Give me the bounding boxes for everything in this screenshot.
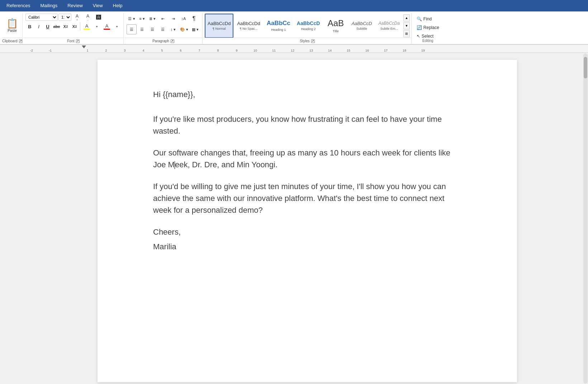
superscript-button[interactable]: X2 [70, 22, 79, 31]
font-size-select[interactable]: 11 [58, 14, 71, 21]
style-subtle-em[interactable]: AaBbCcDa Subtle Em... [375, 14, 402, 38]
style-heading1-label: Heading 1 [271, 28, 286, 32]
paragraph-3[interactable]: If you'd be willing to give me just ten … [153, 181, 461, 216]
ruler-indent-marker[interactable] [82, 45, 86, 48]
signature-paragraph[interactable]: Marilia [153, 241, 461, 253]
style-title-preview: AaB [328, 18, 344, 29]
font-group-label[interactable]: Font ↗ [23, 38, 123, 44]
style-heading1-preview: AaBbCc [267, 20, 290, 27]
clipboard-expand[interactable]: ↗ [19, 39, 22, 43]
font-size-decrease[interactable]: A- [83, 14, 93, 21]
right-scrollbar[interactable] [583, 53, 588, 384]
multilevel-button[interactable]: ≣ ▾ [147, 14, 157, 24]
align-center[interactable]: ☰ [137, 24, 147, 34]
align-right[interactable]: ☰ [147, 24, 157, 34]
shading-button[interactable]: 🎨 ▾ [179, 24, 190, 34]
highlight-dropdown[interactable]: ▾ [93, 22, 101, 31]
style-heading2-preview: AaBbCcD [297, 20, 320, 27]
scrollbar-thumb[interactable] [584, 57, 587, 78]
style-subtitle[interactable]: AaBbCcD Subtitle [348, 14, 375, 38]
replace-icon: 🔄 [417, 25, 422, 30]
style-normal[interactable]: AaBbCcDd ¶ Normal [205, 14, 233, 38]
ruler-mark-4: 4 [142, 49, 144, 52]
left-margin [0, 53, 32, 384]
alignment-row: ☰ ☰ ☰ ☰ ↕ ▾ 🎨 ▾ ▦ ▾ [127, 24, 200, 34]
paste-button[interactable]: 📋 Paste [4, 15, 20, 37]
underline-button[interactable]: U [43, 22, 52, 31]
font-color-button[interactable]: A [101, 22, 112, 31]
style-no-space[interactable]: AaBbCcDd ¶ No Spac... [234, 14, 263, 38]
font-group: Calibri 11 A+ A- 🅰 B I U abc X2 X2 [23, 13, 124, 44]
ruler-mark-3: 3 [124, 49, 125, 52]
show-formatting[interactable]: ¶ [189, 14, 199, 24]
style-normal-preview: AaBbCcDd [208, 21, 231, 27]
numbering-button[interactable]: ≡ ▾ [137, 14, 147, 24]
ruler-inner: -2-112345678910111213141516171819 [32, 45, 588, 52]
ruler-mark-6: 6 [180, 49, 181, 52]
strikethrough-button[interactable]: abc [52, 22, 61, 31]
tab-bar: References Mailings Review View Help [0, 0, 588, 11]
clear-formatting[interactable]: 🅰 [94, 14, 104, 21]
bold-button[interactable]: B [25, 22, 34, 31]
style-title[interactable]: AaB Title [323, 14, 348, 38]
bullets-button[interactable]: ☰ ▾ [127, 14, 137, 24]
styles-scroll-up[interactable]: ▲ [403, 14, 410, 21]
tab-mailings[interactable]: Mailings [35, 0, 62, 11]
ruler-mark-14: 14 [328, 49, 332, 52]
sort-button[interactable]: ↕A [179, 14, 189, 24]
style-no-space-label: ¶ No Spac... [240, 27, 257, 30]
replace-button[interactable]: 🔄 Replace [414, 24, 441, 32]
font-name-select[interactable]: Calibri [25, 14, 58, 21]
style-heading1[interactable]: AaBbCc Heading 1 [264, 14, 293, 38]
ribbon-toolbar: 📋 Paste Clipboard ↗ Calibri 11 A+ [0, 11, 588, 44]
styles-more[interactable]: ⊞ [403, 30, 410, 37]
style-title-label: Title [333, 29, 339, 33]
paragraph-2[interactable]: Our software changes that, freeing up as… [153, 147, 461, 171]
styles-group: AaBbCcDd ¶ Normal AaBbCcDd ¶ No Spac... … [203, 13, 412, 44]
line-spacing[interactable]: ↕ ▾ [168, 24, 178, 34]
align-justify[interactable]: ☰ [158, 24, 168, 34]
caret-position [175, 160, 175, 169]
ruler-mark--1: -1 [49, 49, 52, 52]
document-page[interactable]: Hi {{name}}, If you're like most produce… [98, 60, 517, 382]
ruler: -2-112345678910111213141516171819 [0, 45, 588, 53]
ruler-mark-13: 13 [309, 49, 313, 52]
italic-button[interactable]: I [34, 22, 43, 31]
font-expand[interactable]: ↗ [76, 39, 80, 43]
greeting-paragraph[interactable]: Hi {{name}}, [153, 88, 461, 100]
styles-expand[interactable]: ↗ [311, 39, 315, 43]
find-button[interactable]: 🔍 Find [414, 15, 441, 23]
style-normal-label: ¶ Normal [213, 27, 226, 30]
highlight-button[interactable]: A [81, 22, 92, 31]
ruler-mark-11: 11 [272, 49, 276, 52]
clipboard-group-label[interactable]: Clipboard ↗ [2, 38, 22, 44]
decrease-indent[interactable]: ⇤ [158, 14, 168, 24]
styles-scroll-down[interactable]: ▼ [403, 22, 410, 29]
font-size-increase[interactable]: A+ [72, 14, 82, 21]
ruler-mark-5: 5 [161, 49, 163, 52]
closing-paragraph[interactable]: Cheers, [153, 226, 461, 238]
paragraph-1[interactable]: If you're like most producers, you know … [153, 113, 461, 137]
ruler-mark-12: 12 [291, 49, 294, 52]
tab-view[interactable]: View [88, 0, 108, 11]
styles-group-label[interactable]: Styles ↗ [203, 38, 411, 44]
ruler-mark--2: -2 [30, 49, 33, 52]
style-heading2[interactable]: AaBbCcD Heading 2 [294, 14, 323, 38]
subscript-button[interactable]: X2 [61, 22, 70, 31]
clipboard-group: 📋 Paste Clipboard ↗ [2, 13, 23, 44]
increase-indent[interactable]: ⇥ [168, 14, 178, 24]
font-color-dropdown[interactable]: ▾ [113, 22, 121, 31]
scrollbar-track[interactable] [583, 53, 588, 384]
tab-help[interactable]: Help [108, 0, 128, 11]
paragraph-expand[interactable]: ↗ [171, 39, 174, 43]
font-name-row: Calibri 11 A+ A- 🅰 [25, 14, 104, 21]
ruler-mark-19: 19 [421, 49, 425, 52]
tab-review[interactable]: Review [62, 0, 88, 11]
paragraph-group-label[interactable]: Paragraph ↗ [124, 38, 202, 44]
tab-references[interactable]: References [1, 0, 35, 11]
highlight-color-bar [84, 29, 90, 30]
align-left[interactable]: ☰ [127, 24, 137, 34]
style-subtle-em-label: Subtle Em... [380, 27, 398, 30]
borders-button[interactable]: ▦ ▾ [190, 24, 200, 34]
ruler-mark-10: 10 [253, 49, 257, 52]
